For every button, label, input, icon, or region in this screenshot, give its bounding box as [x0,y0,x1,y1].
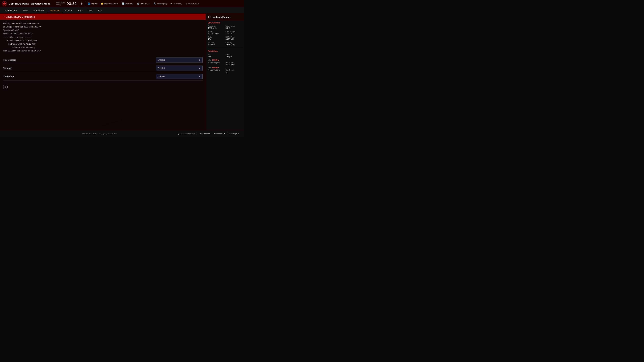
tool-myfavorite[interactable]: ⭐ My Favorite(F3) [100,2,120,5]
hw-monitor-icon: 🖥 [208,15,210,18]
tool-resizebar[interactable]: ⊟ ReSize BAR [184,2,200,5]
info-icon-area: i [0,82,206,92]
cache-header: ---------- Cache per core ---------- [3,35,202,39]
nx-value: Enabled [158,67,165,69]
l3-cache: Total L3 Cache per Socket: 64 MB/16-way [3,49,202,52]
hw-bclk-value: 100.00 MHz [208,32,224,35]
hw-metric-v4300: 0.930 V @L5 [208,69,224,74]
nav-menu: My Favorites Main Ai Tweaker Advanced Mo… [0,7,244,14]
hw-corevoltage-label: Core Voltage [226,31,242,32]
nav-item-advanced[interactable]: Advanced [48,8,62,13]
ai-icon: 🔬 [136,2,139,5]
hw-metric-dramfreq: DRAM Freq. 6400 MHz [226,36,242,41]
hw-vfor4300-subgrid: 0.930 V @L5 Dos Thresh 91 [208,69,242,74]
search-icon: 🔍 [154,2,156,5]
resize-icon: ⊟ [186,2,187,5]
hw-sp-value: 119 [208,55,224,58]
footer-lastmodified[interactable]: Last Modified [197,133,212,135]
settings-icon[interactable]: ⚙ [80,1,83,6]
tool-search[interactable]: 🔍 Search(F9) [152,2,168,5]
hw-sp-label: SP [208,53,224,55]
hw-metric-mcvolt: MC Volt. 1.403 V [208,41,224,46]
nav-item-boot[interactable]: Boot [76,8,85,13]
hw-temperature-value: 30°C [226,27,242,29]
nav-item-tool[interactable]: Tool [86,8,95,13]
tool-qfan-label: Qfan(F6) [125,2,133,5]
footer-hotkeys[interactable]: Hot Keys ? [228,133,241,135]
tool-myfavorite-label: My Favorite(F3) [104,2,118,5]
app-title: UEFI BIOS Utility - Advanced Mode [9,2,50,5]
setting-row-nx: NX Mode Enabled ▼ [3,64,202,72]
hw-ratio-label: Ratio [208,36,224,38]
aura-icon: ✦ [170,2,172,5]
nav-item-aitweaker[interactable]: Ai Tweaker [31,8,46,13]
svg-text:ROG: ROG [3,3,6,5]
hw-v4300-value: 0.930 V @L5 [208,69,224,71]
nx-label: NX Mode [3,67,12,69]
pss-label: PSS Support [3,59,16,61]
nav-item-main[interactable]: Main [20,8,30,13]
datetime-block: 09/27/2024 Friday [56,2,65,5]
svm-dropdown[interactable]: Enabled ▼ [156,74,202,79]
hw-dramfreq-value: 6400 MHz [226,38,242,40]
hw-vfor5205-row: V for 5205MHz 1.260 V @L5 Heavy Freq 520… [206,59,244,66]
pss-dropdown[interactable]: Enabled ▼ [156,57,202,63]
setting-row-pss: PSS Support Enabled ▼ [3,56,202,64]
hw-frequency-label: Frequency [208,25,224,27]
hw-vfor4300-label: V for 4300MHz [208,67,242,69]
nav-item-monitor[interactable]: Monitor [63,8,75,13]
hw-metric-sp: SP 119 [208,53,224,58]
hw-metric-frequency: Frequency 4300 MHz [208,25,224,30]
tool-aioc-label: AI OC(F11) [140,2,150,5]
footer-version: Version 2.22.1284 Copyright (C) 2024 AMI [24,133,176,135]
hw-vfor5205-label: V for 5205MHz [208,59,242,61]
footer-qdashboard[interactable]: Q-Dashboard(Insert) [176,133,197,135]
header-bar: ROG UEFI BIOS Utility - Advanced Mode 09… [0,0,244,7]
tool-aura[interactable]: ✦ AURA(F4) [169,2,183,5]
hw-capacity-value: 32768 MB [226,43,242,46]
nav-item-exit[interactable]: Exit [96,8,104,13]
tool-english[interactable]: 🌐 English [86,2,99,5]
time-display: 00:32 [67,1,77,6]
hw-bclk-label: BCLK [208,31,224,32]
tool-aioc[interactable]: 🔬 AI OC(F11) [135,2,152,5]
info-icon[interactable]: i [3,85,8,89]
pss-value: Enabled [158,59,165,61]
nx-dropdown[interactable]: Enabled ▼ [156,65,202,71]
hw-dosthresh-label: Dos Thresh [226,69,242,71]
hw-prediction-grid: SP 119 Cooler 166 pts [206,53,244,59]
cpu-microcode: Microcode Patch Level: B404022 [3,32,202,35]
hw-monitor-title: Hardware Monitor [212,16,230,18]
hw-dosthresh-value: 91 [226,71,242,73]
settings-section: PSS Support Enabled ▼ NX Mode Enabled ▼ … [0,55,206,82]
hw-cpu-memory-title: CPU/Memory [206,20,244,25]
tool-english-label: English [91,2,98,5]
header-tools: 🌐 English ⭐ My Favorite(F3) 🔃 Qfan(F6) 🔬… [86,2,242,5]
content-area: ← Advanced\CPU Configuration AMD Ryzen 9… [0,14,206,130]
header-divider [55,2,55,6]
nav-item-myfavorites[interactable]: My Favorites [2,8,20,13]
tool-qfan[interactable]: 🔃 Qfan(F6) [120,2,134,5]
hw-5205mhz-highlight: 5205MHz [212,59,219,61]
main-layout: ← Advanced\CPU Configuration AMD Ryzen 9… [0,14,244,130]
hw-corevoltage-value: 1.341 V [226,32,242,35]
hw-metric-capacity: Capacity 32768 MB [226,41,242,46]
hw-metric-temperature: Temperature 30°C [226,25,242,30]
breadcrumb-bar: ← Advanced\CPU Configuration [0,14,206,20]
rog-logo: ROG [2,1,7,6]
breadcrumb-text: Advanced\CPU Configuration [6,15,35,18]
footer-ezmode[interactable]: EzMode(F7)↵ [212,132,228,135]
hw-cpu-memory-grid: Frequency 4300 MHz Temperature 30°C BCLK… [206,25,244,47]
svm-value: Enabled [158,75,165,78]
hw-mcvolt-label: MC Volt. [208,42,224,43]
tool-aura-label: AURA(F4) [173,2,182,5]
hw-metric-heavyfreq: Heavy Freq 5205 MHz [226,61,242,66]
hw-vfor4300-row: V for 4300MHz 0.930 V @L5 Dos Thresh 91 [206,66,244,74]
setting-row-svm: SVM Mode Enabled ▼ [3,72,202,81]
footer-bar: Version 2.22.1284 Copyright (C) 2024 AMI… [0,130,244,137]
pss-dropdown-arrow: ▼ [198,59,201,61]
back-button[interactable]: ← [2,15,5,18]
footer-actions: Q-Dashboard(Insert) Last Modified EzMode… [176,132,241,135]
hw-metric-ratio: Ratio 43x [208,36,224,41]
tool-search-label: Search(F9) [157,2,167,5]
